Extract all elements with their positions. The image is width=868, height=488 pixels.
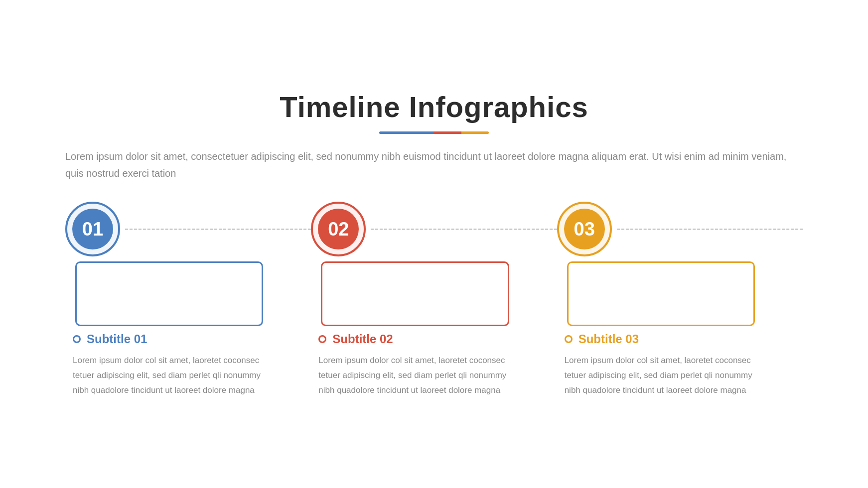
timeline-item-01: 01 Subtitle 01 Lorem ipsum dolor col sit… [65,202,311,397]
page-title: Timeline Infographics [65,90,803,123]
top-row-03: 03 [557,202,803,256]
subtitle-row-03: Subtitle 03 [565,332,778,346]
underline-red-segment [434,131,461,134]
dashed-line-01 [125,229,311,230]
header-description: Lorem ipsum dolor sit amet, consectetuer… [65,148,803,182]
circle-number-03: 03 [574,219,595,240]
page-container: Timeline Infographics Lorem ipsum dolor … [35,70,833,417]
body-text-03: Lorem ipsum dolor col sit amet, laoretet… [565,353,759,397]
subtitle-text-01: Subtitle 01 [87,332,147,346]
circle-number-02: 02 [328,219,349,240]
circle-02: 02 [311,202,366,256]
top-row-02: 02 [311,202,557,256]
timeline-section: 01 Subtitle 01 Lorem ipsum dolor col sit… [65,202,803,397]
subtitle-dot-01 [73,335,81,343]
box-subtitle-01: Subtitle 01 Lorem ipsum dolor col sit am… [65,261,287,397]
box-02 [321,261,509,326]
circle-inner-01: 01 [72,209,113,249]
dashed-line-03 [617,229,803,230]
body-text-01: Lorem ipsum dolor col sit amet, laoretet… [73,353,268,397]
timeline-item-03: 03 Subtitle 03 Lorem ipsum dolor col sit… [557,202,803,397]
subtitle-text-03: Subtitle 03 [579,332,639,346]
box-subtitle-02: Subtitle 02 Lorem ipsum dolor col sit am… [311,261,532,397]
circle-01: 01 [65,202,120,256]
box-subtitle-03: Subtitle 03 Lorem ipsum dolor col sit am… [557,261,778,397]
circle-inner-03: 03 [564,209,605,249]
underline-blue-segment [379,131,434,134]
title-underline [379,131,489,134]
subtitle-dot-03 [565,335,573,343]
dashed-line-02 [371,229,557,230]
box-01 [75,261,263,326]
subtitle-dot-02 [318,335,326,343]
subtitle-row-01: Subtitle 01 [73,332,287,346]
body-text-02: Lorem ipsum dolor col sit amet, laoretet… [318,353,513,397]
subtitle-text-02: Subtitle 02 [332,332,393,346]
circle-number-01: 01 [82,219,103,240]
circle-inner-02: 02 [318,209,359,249]
top-row-01: 01 [65,202,311,256]
subtitle-row-02: Subtitle 02 [318,332,532,346]
title-section: Timeline Infographics Lorem ipsum dolor … [65,90,803,182]
circle-03: 03 [557,202,612,256]
underline-orange-segment [461,131,489,134]
box-03 [567,261,755,326]
timeline-item-02: 02 Subtitle 02 Lorem ipsum dolor col sit… [311,202,557,397]
